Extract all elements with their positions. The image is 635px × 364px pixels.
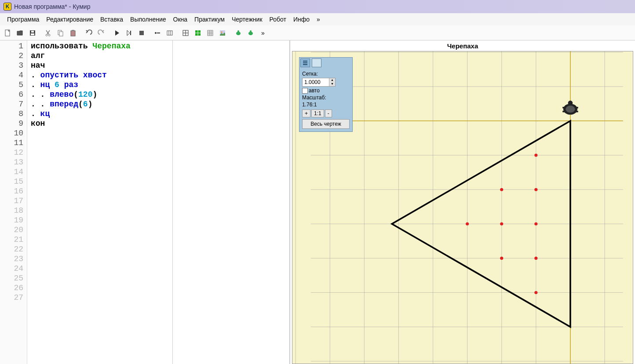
- toolbar-overflow[interactable]: »: [257, 27, 269, 39]
- svg-point-56: [500, 257, 503, 260]
- breakpoint-icon[interactable]: [152, 27, 163, 39]
- svg-rect-2: [31, 33, 34, 35]
- code-area[interactable]: использовать Черепахаалгнач. опустить хв…: [27, 40, 173, 364]
- svg-point-18: [221, 31, 223, 33]
- svg-point-57: [534, 291, 537, 294]
- svg-point-49: [534, 154, 537, 157]
- line-gutter: 1234567891011121314151617181920212223242…: [0, 40, 27, 364]
- workspace: 1234567891011121314151617181920212223242…: [0, 40, 635, 364]
- svg-rect-13: [167, 31, 172, 35]
- svg-rect-7: [59, 32, 63, 36]
- editor-margin: [173, 40, 289, 364]
- fit-all-button[interactable]: Весь чертеж: [302, 119, 350, 129]
- run-icon[interactable]: [111, 27, 123, 39]
- save-file-icon[interactable]: [27, 27, 38, 39]
- turtle-pane-title: Черепаха: [290, 40, 635, 51]
- svg-rect-8: [71, 31, 75, 36]
- new-file-icon[interactable]: [2, 27, 14, 39]
- app-icon: K: [4, 3, 11, 11]
- step-icon[interactable]: [124, 27, 135, 39]
- svg-point-19: [236, 32, 241, 35]
- redo-icon[interactable]: [95, 27, 107, 39]
- titlebar: K Новая программа* - Кумир: [0, 0, 635, 13]
- svg-point-5: [48, 34, 50, 36]
- grid1-icon[interactable]: [180, 27, 191, 39]
- svg-point-21: [248, 32, 253, 35]
- turtle2-icon[interactable]: [245, 27, 256, 39]
- menu-draftsman[interactable]: Чертежник: [228, 14, 266, 25]
- watch-icon[interactable]: [164, 27, 175, 39]
- svg-point-51: [500, 188, 503, 191]
- scale-label: Масштаб:: [302, 95, 350, 101]
- zoom-in-button[interactable]: +: [302, 109, 310, 117]
- svg-rect-10: [130, 31, 131, 35]
- menu-program[interactable]: Программа: [4, 14, 43, 25]
- grid-step-up-icon[interactable]: ▲: [329, 78, 335, 82]
- zoom-out-button[interactable]: -: [325, 109, 332, 117]
- svg-point-54: [466, 222, 469, 226]
- panel-tab-blank[interactable]: [312, 58, 321, 67]
- svg-rect-62: [576, 107, 578, 109]
- menu-overflow[interactable]: »: [313, 14, 324, 25]
- window-title: Новая программа* - Кумир: [14, 3, 90, 10]
- grid2-icon[interactable]: [192, 27, 204, 39]
- svg-rect-16: [208, 30, 213, 36]
- copy-icon[interactable]: [55, 27, 66, 39]
- menu-run[interactable]: Выполнение: [127, 14, 169, 25]
- menu-robot[interactable]: Робот: [266, 14, 290, 25]
- svg-point-53: [500, 222, 503, 226]
- toolbar: »: [0, 25, 635, 40]
- grid-step-input[interactable]: 1.0000 ▲▼: [302, 78, 336, 87]
- svg-point-50: [534, 188, 537, 191]
- picture-icon[interactable]: [217, 27, 228, 39]
- svg-rect-3: [31, 31, 34, 33]
- turtle1-icon[interactable]: [233, 27, 244, 39]
- menu-practicum[interactable]: Практикум: [191, 14, 228, 25]
- open-file-icon[interactable]: [15, 27, 26, 39]
- grid-step-down-icon[interactable]: ▼: [329, 82, 335, 86]
- svg-point-52: [534, 222, 537, 226]
- menubar: Программа Редактирование Вставка Выполне…: [0, 13, 635, 25]
- auto-label: авто: [309, 87, 320, 94]
- svg-rect-61: [562, 107, 565, 109]
- grid-label: Сетка:: [302, 71, 350, 77]
- svg-point-59: [568, 101, 573, 106]
- turtle-pane: Черепаха Сетка: 1.0000 ▲▼ авто: [290, 40, 635, 364]
- svg-point-12: [155, 32, 157, 34]
- auto-checkbox[interactable]: [302, 88, 308, 94]
- cut-icon[interactable]: [43, 27, 54, 39]
- svg-point-60: [566, 106, 575, 113]
- svg-rect-64: [576, 111, 578, 113]
- panel-tab-menu-icon[interactable]: [300, 58, 310, 67]
- svg-point-4: [46, 34, 47, 36]
- svg-rect-11: [139, 31, 144, 35]
- menu-info[interactable]: Инфо: [290, 14, 313, 25]
- turtle-control-panel: Сетка: 1.0000 ▲▼ авто Масштаб: 1.76:1 + …: [299, 57, 353, 132]
- menu-windows[interactable]: Окна: [170, 14, 191, 25]
- paste-icon[interactable]: [67, 27, 79, 39]
- undo-icon[interactable]: [83, 27, 95, 39]
- scale-value: 1.76:1: [302, 102, 350, 108]
- svg-rect-63: [562, 111, 565, 113]
- zoom-reset-button[interactable]: 1:1: [311, 109, 324, 117]
- svg-point-55: [534, 257, 537, 260]
- menu-insert[interactable]: Вставка: [97, 14, 127, 25]
- menu-edit[interactable]: Редактирование: [43, 14, 97, 25]
- svg-point-22: [250, 30, 252, 32]
- svg-rect-9: [72, 30, 74, 31]
- stop-icon[interactable]: [136, 27, 147, 39]
- editor-pane: 1234567891011121314151617181920212223242…: [0, 40, 290, 364]
- grid3-icon[interactable]: [204, 27, 216, 39]
- svg-point-20: [237, 30, 239, 32]
